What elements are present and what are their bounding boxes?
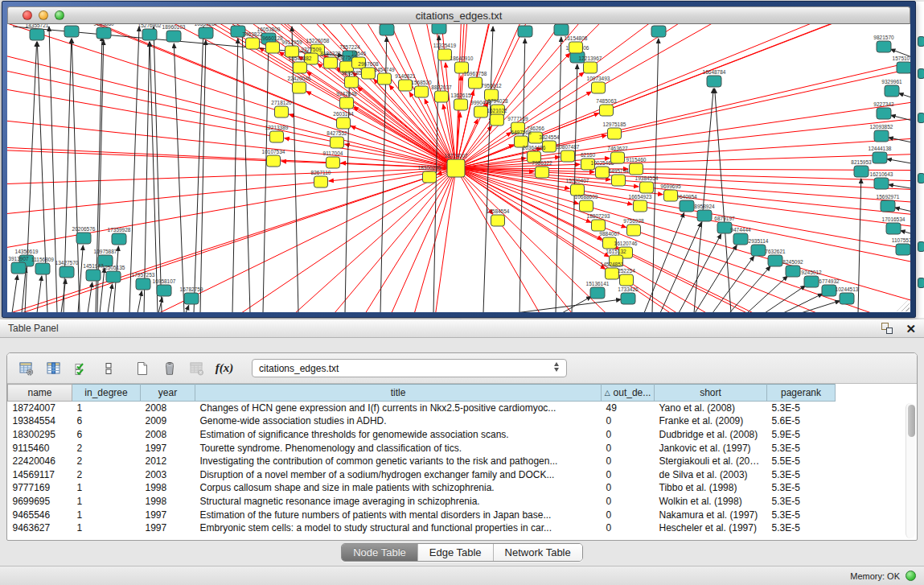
graph-node[interactable] (324, 57, 338, 68)
graph-node[interactable] (64, 26, 79, 37)
graph-node[interactable] (874, 130, 889, 142)
table-scrollbar[interactable] (906, 403, 915, 538)
new-column-button[interactable] (131, 357, 154, 380)
graph-node[interactable] (630, 163, 643, 175)
graph-node[interactable] (596, 167, 610, 178)
graph-node[interactable] (314, 176, 328, 187)
column-header-pagerank[interactable]: pagerank (767, 385, 836, 402)
table-row[interactable]: 946362711997Embryonic stem cells: a mode… (8, 521, 836, 535)
graph-node[interactable] (822, 285, 836, 296)
graph-node[interactable] (266, 42, 280, 53)
graph-node[interactable] (854, 166, 869, 177)
graph-node[interactable] (606, 268, 619, 279)
minimize-window-button[interactable] (39, 10, 48, 20)
close-panel-icon[interactable]: ✕ (906, 323, 916, 335)
graph-node[interactable] (331, 137, 344, 148)
table-row[interactable]: 911546021997Tourette syndrome. Phenomeno… (8, 441, 836, 455)
graph-node[interactable] (491, 114, 504, 126)
tab-edge-table[interactable]: Edge Table (418, 544, 494, 561)
graph-node[interactable] (326, 157, 340, 168)
graph-node[interactable] (142, 29, 157, 40)
graph-node[interactable] (886, 223, 901, 234)
graph-node[interactable] (35, 263, 50, 274)
graph-node[interactable] (399, 80, 413, 91)
graph-node[interactable] (60, 266, 74, 278)
graph-node[interactable] (270, 131, 284, 142)
graph-node[interactable] (11, 262, 26, 274)
graph-node[interactable] (707, 76, 721, 87)
graph-node[interactable] (345, 76, 359, 88)
graph-node[interactable] (518, 26, 532, 37)
graph-node[interactable] (840, 293, 854, 304)
graph-node[interactable] (620, 274, 634, 286)
graph-node[interactable] (896, 244, 910, 255)
graph-node[interactable] (76, 233, 91, 244)
graph-node[interactable] (768, 255, 782, 266)
graph-node[interactable] (751, 245, 766, 256)
column-header-title[interactable]: title (195, 385, 602, 402)
graph-node[interactable] (611, 152, 625, 163)
graph-node[interactable] (380, 24, 394, 35)
column-header-in-degree[interactable]: in_degree (72, 385, 141, 402)
graph-node[interactable] (337, 117, 351, 129)
graph-node[interactable] (634, 200, 647, 212)
scrollbar-thumb[interactable] (908, 405, 915, 437)
table-select-dropdown[interactable]: citations_edges.txt (252, 359, 567, 377)
graph-node[interactable] (184, 293, 199, 304)
graph-node[interactable] (86, 270, 101, 281)
table-row[interactable]: 977716911998Corpus callosum shape and si… (8, 481, 836, 495)
graph-node[interactable] (435, 91, 449, 102)
row-height-button[interactable] (97, 357, 120, 380)
graph-node[interactable] (30, 29, 44, 40)
graph-node[interactable] (97, 27, 111, 39)
graph-node[interactable] (554, 24, 569, 35)
memory-ok-indicator-icon[interactable] (906, 571, 916, 581)
table-row[interactable]: 2242004622012Investigating the contribut… (8, 455, 836, 468)
table-row[interactable]: 1830029562008Estimation of significance … (8, 428, 836, 442)
graph-node[interactable] (569, 42, 583, 53)
column-header-name[interactable]: name (8, 385, 72, 402)
graph-node[interactable] (680, 200, 694, 212)
show-columns-button[interactable] (43, 357, 65, 380)
graph-node[interactable] (621, 293, 635, 304)
graph-node[interactable] (275, 106, 289, 117)
delete-table-button-disabled[interactable] (186, 357, 208, 380)
graph-node[interactable] (267, 155, 281, 167)
graph-node[interactable] (885, 85, 899, 97)
close-window-button[interactable] (23, 10, 32, 20)
select-rows-button[interactable] (70, 357, 92, 380)
tab-network-table[interactable]: Network Table (494, 544, 582, 561)
graph-node[interactable] (561, 150, 575, 162)
graph-node[interactable] (640, 182, 654, 193)
graph-node[interactable] (157, 285, 171, 296)
graph-node[interactable] (454, 99, 468, 110)
graph-node[interactable] (877, 108, 891, 119)
graph-node[interactable] (362, 68, 376, 79)
graph-node[interactable] (415, 86, 429, 97)
graph-node[interactable] (627, 225, 641, 236)
graph-node[interactable] (106, 271, 121, 282)
network-window-titlebar[interactable]: citations_edges.txt (7, 6, 910, 24)
graph-node[interactable] (584, 62, 598, 73)
graph-node[interactable] (804, 276, 819, 287)
graph-node[interactable] (874, 178, 889, 189)
delete-button[interactable] (158, 357, 181, 380)
graph-node[interactable] (136, 278, 150, 290)
graph-node[interactable] (447, 159, 465, 177)
graph-node[interactable] (664, 190, 678, 201)
column-header-short[interactable]: short (655, 385, 767, 402)
graph-node[interactable] (786, 266, 800, 277)
graph-node[interactable] (580, 200, 593, 212)
graph-node[interactable] (469, 77, 483, 89)
graph-node[interactable] (536, 167, 549, 178)
graph-node[interactable] (340, 97, 354, 109)
graph-node[interactable] (293, 82, 306, 93)
graph-node[interactable] (612, 175, 626, 186)
graph-node[interactable] (590, 287, 605, 299)
table-settings-button[interactable] (15, 357, 38, 380)
function-builder-button[interactable]: f(x) (213, 357, 236, 380)
table-row[interactable]: 1938455462009Genome-wide association stu… (8, 414, 836, 428)
graph-node[interactable] (592, 220, 606, 231)
tab-node-table[interactable]: Node Table (342, 544, 418, 561)
zoom-window-button[interactable] (55, 10, 64, 20)
